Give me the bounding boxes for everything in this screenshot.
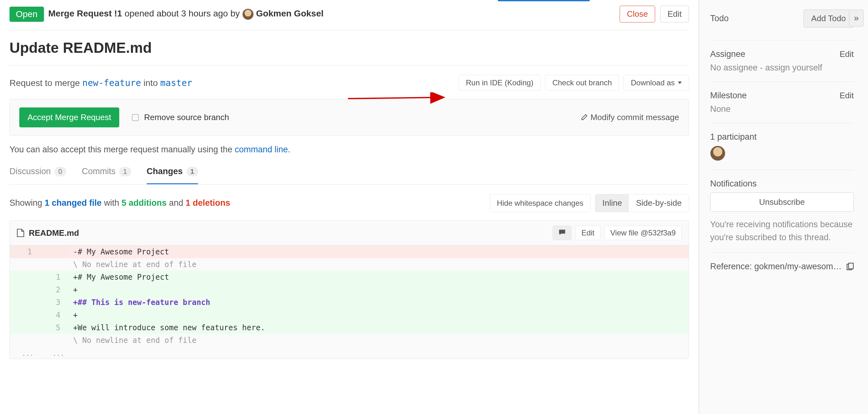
- close-button[interactable]: Close: [620, 6, 655, 23]
- file-name[interactable]: README.md: [29, 228, 79, 238]
- diff-line: \ No newline at end of file: [10, 334, 689, 347]
- diff-code[interactable]: +We will introduce some new features her…: [67, 321, 689, 334]
- diff-code[interactable]: \ No newline at end of file: [67, 258, 689, 271]
- sidebar: » Todo Add Todo Assignee Edit No assigne…: [699, 0, 868, 414]
- checkout-branch-button[interactable]: Check out branch: [545, 75, 619, 91]
- new-line-num: 1: [38, 271, 67, 283]
- caret-down-icon: [678, 81, 682, 84]
- edit-milestone-link[interactable]: Edit: [840, 91, 854, 101]
- old-line-num: 1: [10, 246, 38, 258]
- modify-commit-link[interactable]: Modify commit message: [581, 112, 679, 122]
- hide-whitespace-button[interactable]: Hide whitespace changes: [490, 194, 591, 212]
- mr-id: Merge Request !1: [49, 8, 122, 18]
- diff-file: README.md Edit View file @532f3a9 1-# My…: [9, 220, 689, 359]
- assignee-label: Assignee: [710, 49, 745, 59]
- merge-text: Request to merge new-feature into master: [9, 78, 192, 88]
- new-line-num: [38, 334, 67, 347]
- diff-line: \ No newline at end of file: [10, 258, 689, 271]
- diff-code[interactable]: -# My Awesome Project: [67, 246, 689, 258]
- participants-label: 1 participant: [710, 132, 757, 142]
- mr-tabs: Discussion 0 Commits 1 Changes 1: [9, 163, 689, 184]
- new-line-num: 3: [38, 296, 67, 309]
- new-line-num: 5: [38, 321, 67, 334]
- source-branch[interactable]: new-feature: [82, 78, 141, 88]
- participant-avatar[interactable]: [710, 146, 725, 161]
- changed-files-link[interactable]: 1 changed file: [44, 198, 101, 208]
- command-line-link[interactable]: command line: [235, 145, 288, 154]
- edit-assignee-link[interactable]: Edit: [840, 49, 854, 59]
- old-line-num: [10, 321, 38, 334]
- download-label: Download as: [631, 78, 675, 87]
- diff-view-toggle: Inline Side-by-side: [595, 194, 689, 212]
- expand-context-new[interactable]: ...: [47, 351, 71, 354]
- diff-code[interactable]: \ No newline at end of file: [67, 334, 689, 347]
- collapse-sidebar-button[interactable]: »: [849, 9, 864, 27]
- edit-file-button[interactable]: Edit: [576, 226, 600, 240]
- merge-prefix: Request to merge: [9, 78, 82, 88]
- view-file-button[interactable]: View file @532f3a9: [604, 226, 682, 240]
- tab-changes-label: Changes: [147, 167, 183, 176]
- diff-stats-row: Showing 1 changed file with 5 additions …: [9, 184, 689, 220]
- tab-commits-count: 1: [119, 167, 131, 176]
- diff-code[interactable]: +: [67, 283, 689, 296]
- file-header: README.md Edit View file @532f3a9: [10, 220, 689, 246]
- unsubscribe-button[interactable]: Unsubscribe: [710, 193, 854, 212]
- tab-discussion-count: 0: [55, 167, 66, 176]
- checkbox-icon[interactable]: [132, 114, 139, 121]
- remove-branch-option[interactable]: Remove source branch: [132, 112, 229, 122]
- old-line-num: [10, 283, 38, 296]
- diff-table: 1-# My Awesome Project\ No newline at en…: [10, 246, 689, 347]
- notification-text: You're receiving notifications because y…: [710, 218, 854, 244]
- accept-merge-button[interactable]: Accept Merge Request: [19, 107, 119, 127]
- into-text: into: [141, 78, 160, 88]
- expand-context-old[interactable]: ...: [16, 351, 40, 354]
- old-line-num: [10, 271, 38, 283]
- milestone-label: Milestone: [710, 91, 747, 101]
- with-text: with: [101, 198, 121, 208]
- pencil-icon: [581, 114, 587, 121]
- side-by-side-button[interactable]: Side-by-side: [629, 194, 689, 212]
- tab-commits-label: Commits: [82, 167, 116, 176]
- reference-text: Reference: gokmen/my-awesom…: [710, 262, 842, 272]
- diff-line: 3+## This is new-feature branch: [10, 296, 689, 309]
- diff-code[interactable]: +# My Awesome Project: [67, 271, 689, 283]
- tab-discussion[interactable]: Discussion 0: [9, 163, 66, 184]
- avatar: [242, 8, 254, 20]
- and-text: and: [167, 198, 186, 208]
- target-branch[interactable]: master: [160, 78, 192, 88]
- mr-header-text: Merge Request !1 opened about 3 hours ag…: [49, 8, 323, 20]
- cmd-hint-text: You can also accept this merge request m…: [9, 145, 235, 154]
- modify-commit-label: Modify commit message: [591, 112, 679, 122]
- copy-icon[interactable]: [845, 263, 854, 271]
- merge-info-row: Request to merge new-feature into master…: [9, 65, 689, 99]
- svg-rect-2: [849, 263, 854, 269]
- mr-header: Open Merge Request !1 opened about 3 hou…: [9, 6, 689, 30]
- accept-box: Accept Merge Request Remove source branc…: [9, 99, 689, 136]
- run-ide-button[interactable]: Run in IDE (Koding): [459, 75, 540, 91]
- download-as-button[interactable]: Download as: [623, 75, 689, 91]
- author-name[interactable]: Gokmen Goksel: [256, 8, 323, 18]
- edit-mr-button[interactable]: Edit: [660, 6, 689, 23]
- old-line-num: [10, 309, 38, 321]
- diff-footer: ... ...: [10, 347, 689, 359]
- comment-toggle-button[interactable]: [553, 226, 571, 240]
- old-line-num: [10, 258, 38, 271]
- diff-line: 2+: [10, 283, 689, 296]
- new-line-num: [38, 258, 67, 271]
- tab-commits[interactable]: Commits 1: [82, 163, 131, 184]
- tab-changes-count: 1: [187, 167, 198, 176]
- add-todo-button[interactable]: Add Todo: [803, 9, 854, 28]
- remove-branch-label: Remove source branch: [144, 112, 229, 122]
- top-accent-bar: [498, 0, 590, 1]
- cmd-line-hint: You can also accept this merge request m…: [9, 136, 689, 163]
- assignee-value[interactable]: No assignee - assign yourself: [710, 63, 854, 73]
- cmd-hint-suffix: .: [288, 145, 290, 154]
- notifications-label: Notifications: [710, 179, 757, 189]
- inline-view-button[interactable]: Inline: [595, 194, 629, 212]
- tab-discussion-label: Discussion: [9, 167, 51, 176]
- status-badge: Open: [9, 7, 44, 22]
- tab-changes[interactable]: Changes 1: [147, 163, 198, 184]
- showing-text: Showing: [9, 198, 44, 208]
- diff-code[interactable]: +: [67, 309, 689, 321]
- diff-code[interactable]: +## This is new-feature branch: [67, 296, 689, 309]
